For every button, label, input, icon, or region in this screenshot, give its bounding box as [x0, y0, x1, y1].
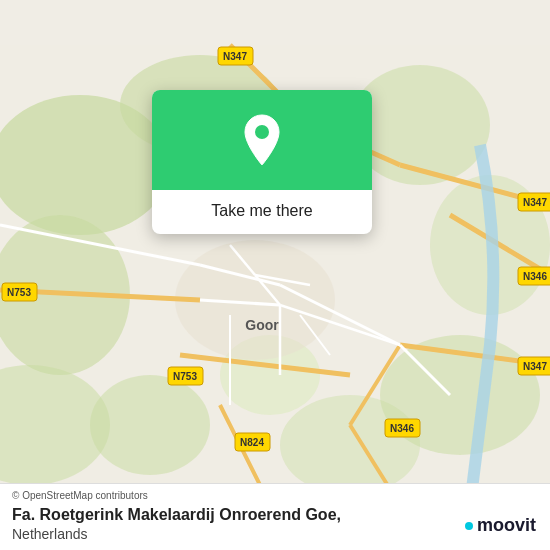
map-pin-icon — [240, 113, 284, 167]
road-label-n753-left: N753 — [7, 287, 31, 298]
town-label-goor: Goor — [245, 317, 279, 333]
svg-point-8 — [280, 395, 420, 495]
location-country: Netherlands — [12, 526, 538, 542]
attribution-text: © OpenStreetMap contributors — [12, 490, 538, 501]
road-label-n347-bottom: N347 — [523, 361, 547, 372]
popup-card: Take me there — [152, 90, 372, 234]
road-label-n753-bottom: N753 — [173, 371, 197, 382]
svg-point-9 — [90, 375, 210, 475]
moovit-dot — [465, 522, 473, 530]
map-container: N347 N347 N347 N346 N346 N753 N753 N824 … — [0, 0, 550, 550]
popup-green-area — [152, 90, 372, 190]
moovit-logo: moovit — [465, 515, 536, 536]
road-label-n347-top: N347 — [223, 51, 247, 62]
svg-point-42 — [255, 125, 269, 139]
road-label-n347-right: N347 — [523, 197, 547, 208]
road-label-n346-right: N346 — [523, 271, 547, 282]
take-me-there-button[interactable]: Take me there — [211, 202, 312, 220]
popup-button-area[interactable]: Take me there — [152, 190, 372, 234]
road-label-n346-bottom: N346 — [390, 423, 414, 434]
location-title: Fa. Roetgerink Makelaardij Onroerend Goe… — [12, 505, 538, 526]
road-label-n824: N824 — [240, 437, 264, 448]
moovit-logo-text: moovit — [477, 515, 536, 536]
map-background: N347 N347 N347 N346 N346 N753 N753 N824 … — [0, 0, 550, 550]
